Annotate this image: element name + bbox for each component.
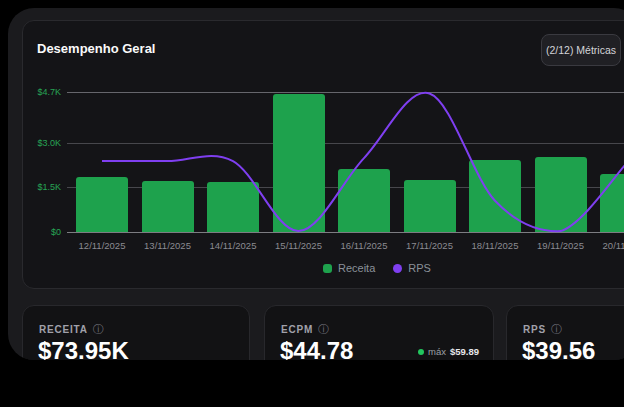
chart-plot-area[interactable]: $0$1.5K$3.0K$4.7K: [23, 92, 624, 232]
metric-card-ecpm: ECPM ⓘ $44.78 máx $59.89 mín: [264, 305, 494, 360]
metric-label-ecpm: ECPM ⓘ: [281, 322, 329, 337]
ecpm-max-annotation: máx $59.89: [418, 346, 479, 357]
app-container: Desempenho Geral (2/12) Métricas $0$1.5K…: [8, 8, 624, 360]
dashboard-page: { "chart_card": { "title": "Desempenho G…: [0, 0, 624, 407]
info-icon[interactable]: ⓘ: [318, 322, 329, 337]
x-axis-tick-label: 14/11/2025: [197, 240, 269, 251]
legend-item-rps[interactable]: RPS: [393, 262, 431, 274]
metric-label-text: RECEITA: [39, 324, 88, 335]
info-icon[interactable]: ⓘ: [551, 322, 562, 337]
metric-label-receita: RECEITA ⓘ: [39, 322, 104, 337]
x-axis-tick-label: 16/11/2025: [328, 240, 400, 251]
max-label: máx: [428, 346, 446, 357]
chart-legend: ReceitaRPS: [323, 262, 431, 274]
metric-value-rps: $39.56: [522, 337, 595, 360]
metric-label-text: ECPM: [281, 324, 313, 335]
rps-line[interactable]: [102, 93, 624, 231]
info-icon[interactable]: ⓘ: [93, 322, 104, 337]
metric-label-rps: RPS ⓘ: [523, 322, 562, 337]
metric-label-text: RPS: [523, 324, 546, 335]
x-axis-tick-label: 13/11/2025: [132, 240, 204, 251]
x-axis-tick-label: 20/11/2025: [590, 240, 624, 251]
max-dot-icon: [418, 349, 424, 355]
x-axis-tick-label: 17/11/2025: [394, 240, 466, 251]
x-axis-tick-label: 18/11/2025: [459, 240, 531, 251]
legend-marker-icon: [393, 264, 402, 273]
metric-card-rps: RPS ⓘ $39.56: [506, 305, 624, 360]
max-value: $59.89: [450, 346, 479, 357]
metric-value-ecpm: $44.78: [280, 337, 353, 360]
rps-line-chart: [23, 92, 624, 236]
x-axis-tick-label: 15/11/2025: [263, 240, 335, 251]
legend-label: Receita: [338, 262, 375, 274]
performance-chart-card: Desempenho Geral (2/12) Métricas $0$1.5K…: [22, 20, 624, 289]
legend-label: RPS: [408, 262, 431, 274]
metrics-selector-button[interactable]: (2/12) Métricas: [541, 34, 621, 66]
x-axis-tick-label: 12/11/2025: [66, 240, 138, 251]
legend-marker-icon: [323, 264, 332, 273]
x-axis-tick-label: 19/11/2025: [525, 240, 597, 251]
metric-value-receita: $73.95K: [38, 337, 129, 360]
metric-card-receita: RECEITA ⓘ $73.95K: [22, 305, 250, 360]
legend-item-receita[interactable]: Receita: [323, 262, 375, 274]
chart-title: Desempenho Geral: [37, 41, 156, 56]
